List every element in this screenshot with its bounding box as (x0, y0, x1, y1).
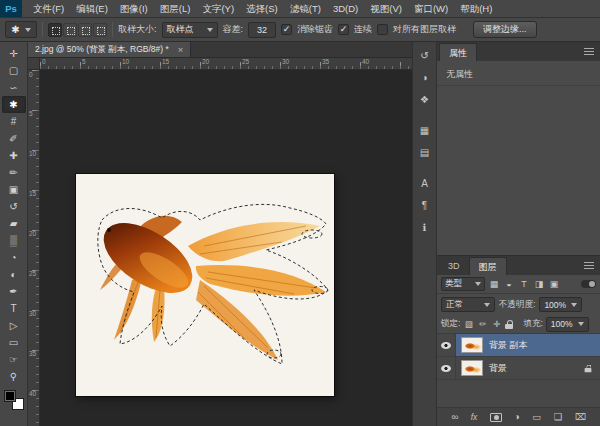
history-brush-tool[interactable]: ↺ (2, 198, 26, 215)
adjustments-panel-icon[interactable]: ◑ (416, 71, 434, 85)
menu-view[interactable]: 视图(V) (364, 0, 408, 17)
visibility-toggle[interactable] (437, 357, 456, 379)
sample-size-dropdown[interactable]: 取样点 (162, 22, 218, 38)
filter-type-layers-icon[interactable]: T (518, 280, 530, 289)
separator (42, 22, 43, 37)
blend-row: 正常 不透明度: 100% (437, 294, 600, 315)
horizontal-ruler[interactable]: 0 5 10 15 20 25 30 35 40 (40, 58, 412, 69)
tab-properties[interactable]: 属性 (439, 43, 477, 61)
layer-row-background-copy[interactable]: 背景 副本 (437, 334, 600, 357)
lock-transparent-pixels-icon[interactable]: ▨ (463, 320, 474, 329)
anti-alias-checkbox[interactable]: ✓ (281, 24, 292, 35)
new-group-icon[interactable]: ▭ (532, 412, 541, 422)
layer-thumbnail[interactable] (461, 360, 483, 376)
visibility-toggle[interactable] (437, 334, 456, 356)
new-selection-icon[interactable] (48, 23, 62, 37)
filter-smart-objects-icon[interactable]: ▣ (548, 280, 560, 289)
contiguous-checkbox[interactable]: ✓ (338, 24, 349, 35)
lock-image-pixels-icon[interactable]: ✏ (477, 320, 488, 329)
properties-tab-bar: 属性 (437, 42, 600, 61)
ruler-tick-label: 0 (29, 71, 33, 78)
styles-panel-icon[interactable]: ❖ (416, 93, 434, 107)
layer-thumbnail[interactable] (461, 337, 483, 353)
document-tab-bar: 2.jpg @ 50% (背景 副本, RGB/8#) * × (28, 42, 412, 58)
brush-tool[interactable]: ✏ (2, 164, 26, 181)
properties-empty-text: 无属性 (437, 61, 600, 86)
shape-tool[interactable]: ▭ (2, 334, 26, 351)
pen-tool[interactable]: ✒ (2, 283, 26, 300)
menu-3d[interactable]: 3D(D) (327, 0, 364, 17)
opacity-dropdown[interactable]: 100% (539, 297, 582, 312)
tab-3d[interactable]: 3D (439, 257, 469, 275)
document-tab[interactable]: 2.jpg @ 50% (背景 副本, RGB/8#) * × (28, 42, 191, 57)
rectangular-marquee-tool[interactable]: ▢ (2, 62, 26, 79)
menu-layer[interactable]: 图层(L) (154, 0, 197, 17)
ruler-origin-corner[interactable] (28, 58, 40, 69)
fill-dropdown[interactable]: 100% (546, 317, 589, 332)
add-layer-mask-icon[interactable] (490, 413, 502, 422)
close-tab-icon[interactable]: × (178, 44, 184, 55)
menu-help[interactable]: 帮助(H) (454, 0, 498, 17)
gradient-tool[interactable]: ▒ (2, 232, 26, 249)
blur-tool[interactable]: ◔ (2, 249, 26, 266)
refine-edge-button[interactable]: 调整边缘... (473, 21, 537, 38)
menu-type[interactable]: 文字(Y) (196, 0, 240, 17)
type-tool[interactable]: T (2, 300, 26, 317)
delete-layer-icon[interactable]: ⌧ (575, 412, 586, 422)
adjustment-layer-icon[interactable]: ◑ (514, 412, 520, 422)
magic-wand-tool[interactable]: ✱ (2, 96, 26, 113)
layer-style-icon[interactable]: fx (471, 413, 478, 422)
add-to-selection-icon[interactable] (63, 23, 77, 37)
tolerance-input[interactable]: 32 (248, 22, 276, 38)
paragraph-panel-icon[interactable]: ¶ (416, 199, 434, 213)
menu-file[interactable]: 文件(F) (27, 0, 70, 17)
dodge-tool[interactable]: ◐ (2, 266, 26, 283)
eraser-tool[interactable]: ▰ (2, 215, 26, 232)
color-panel-icon[interactable]: ▦ (416, 124, 434, 138)
layers-tab-bar: 3D 图层 (437, 256, 600, 275)
panel-menu-icon[interactable] (584, 262, 594, 269)
menu-edit[interactable]: 编辑(E) (70, 0, 114, 17)
document-image[interactable] (76, 174, 334, 396)
foreground-color-swatch[interactable] (4, 390, 16, 402)
eyedropper-tool[interactable]: ✐ (2, 130, 26, 147)
panel-menu-icon[interactable] (584, 48, 594, 55)
menu-filter[interactable]: 滤镜(T) (284, 0, 327, 17)
lock-all-icon[interactable] (505, 320, 513, 329)
lasso-tool[interactable]: ∽ (2, 79, 26, 96)
properties-body: 无属性 (437, 61, 600, 256)
sample-all-layers-checkbox[interactable] (377, 24, 388, 35)
vertical-ruler[interactable]: 0 5 10 15 20 25 30 35 40 (28, 70, 40, 426)
filter-pixel-layers-icon[interactable]: ▦ (488, 280, 500, 289)
filter-kind-dropdown[interactable]: 类型 (441, 277, 485, 291)
tool-preset-picker[interactable]: ✱ (5, 21, 37, 38)
subtract-from-selection-icon[interactable] (78, 23, 92, 37)
character-panel-icon[interactable]: A (416, 177, 434, 191)
tab-layers[interactable]: 图层 (469, 257, 507, 275)
crop-tool[interactable]: # (2, 113, 26, 130)
healing-brush-tool[interactable]: ✚ (2, 147, 26, 164)
move-tool[interactable]: ✛ (2, 45, 26, 62)
menu-image[interactable]: 图像(I) (114, 0, 154, 17)
link-layers-icon[interactable]: ∞ (451, 412, 458, 422)
new-layer-icon[interactable]: ❏ (554, 412, 563, 422)
blend-mode-dropdown[interactable]: 正常 (441, 297, 495, 312)
hand-tool[interactable]: ☞ (2, 351, 26, 368)
filter-adjustment-layers-icon[interactable]: ◒ (503, 280, 515, 289)
intersect-selection-icon[interactable] (93, 23, 107, 37)
path-selection-tool[interactable]: ▷ (2, 317, 26, 334)
history-panel-icon[interactable]: ↺ (416, 49, 434, 63)
filter-toggle[interactable] (581, 280, 596, 288)
layer-row-background[interactable]: 背景 (437, 357, 600, 380)
swatches-panel-icon[interactable]: ▤ (416, 146, 434, 160)
canvas-area[interactable] (40, 70, 412, 426)
zoom-tool[interactable]: ⚲ (2, 368, 26, 385)
goldfish-photo (76, 174, 334, 396)
sample-size-label: 取样大小: (118, 23, 157, 36)
info-panel-icon[interactable]: ℹ (416, 221, 434, 235)
lock-position-icon[interactable]: ✛ (491, 320, 502, 329)
clone-stamp-tool[interactable]: ▣ (2, 181, 26, 198)
filter-shape-layers-icon[interactable]: ◨ (533, 280, 545, 289)
menu-window[interactable]: 窗口(W) (408, 0, 454, 17)
menu-select[interactable]: 选择(S) (240, 0, 284, 17)
